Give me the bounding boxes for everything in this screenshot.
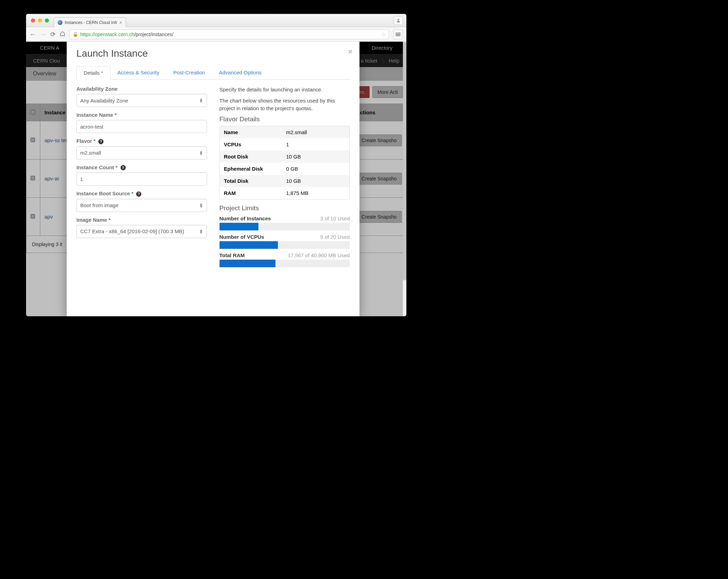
home-button[interactable] [60,31,65,38]
quota-bar [220,241,350,249]
intro-text-2: The chart below shows the resources used… [220,97,350,112]
minimize-window-button[interactable] [38,18,42,23]
info-column: Specify the details for launching an ins… [220,86,350,269]
back-button[interactable]: ← [30,31,36,38]
quota-vcpus: Number of VCPUs 9 of 20 Used [220,234,350,249]
tab-post-creation[interactable]: Post-Creation [166,66,212,79]
label-instance-count: Instance Count * ? [76,164,207,171]
quota-ram: Total RAM 17,567 of 40,960 MB Used [220,252,350,267]
form-column: Availability Zone Any Availability Zone … [76,86,207,269]
chevron-updown-icon: ▲▼ [199,229,203,234]
chevron-updown-icon: ▲▼ [199,98,203,103]
label-availability-zone: Availability Zone [76,86,207,92]
browser-menu-button[interactable] [393,30,403,39]
home-icon [60,31,65,36]
quota-bar [220,260,350,267]
label-image-name: Image Name * [76,217,207,223]
lock-icon: 🔒 [73,32,78,37]
favicon-icon [58,20,63,25]
chevron-updown-icon: ▲▼ [199,150,203,155]
quota-value: 17,567 of 40,960 MB Used [288,252,350,258]
svg-point-0 [398,19,399,21]
image-name-select[interactable]: CC7 Extra - x86_64 [2016-02-09] (700.3 M… [76,225,207,238]
instance-name-input[interactable] [76,120,207,133]
help-icon[interactable]: ? [136,191,141,197]
modal-close-button[interactable]: × [348,47,353,56]
forward-button[interactable]: → [40,31,46,38]
svg-rect-3 [396,35,400,36]
maximize-window-button[interactable] [45,18,49,23]
browser-window: Instances - CERN Cloud Infr × ← → ⟳ 🔒 ht… [26,14,406,316]
viewport: CERN A Directory CERN Clou a ticket Help… [26,42,406,316]
person-icon [396,18,401,23]
tab-close-icon[interactable]: × [119,20,122,25]
tab-title: Instances - CERN Cloud Infr [65,20,117,25]
reload-button[interactable]: ⟳ [50,31,56,38]
tab-advanced-options[interactable]: Advanced Options [212,66,268,79]
chevron-updown-icon: ▲▼ [199,203,203,207]
flavor-details-table: Namem2.small VCPUs1 Root Disk10 GB Ephem… [220,126,350,199]
titlebar: Instances - CERN Cloud Infr × [26,14,406,27]
hamburger-icon [396,32,400,37]
quota-label: Total RAM [220,252,245,258]
help-icon[interactable]: ? [121,165,126,170]
close-window-button[interactable] [31,18,35,23]
scrollbar[interactable] [403,42,406,316]
url-path: /project/instances/ [134,32,174,37]
tab-strip: Instances - CERN Cloud Infr × [54,14,126,27]
modal-title: Launch Instance [76,48,350,59]
tab-details[interactable]: Details * [76,66,110,80]
quota-instances: Number of Instances 3 of 10 Used [220,215,350,230]
quota-bar [220,223,350,230]
launch-instance-modal: × Launch Instance Details * Access & Sec… [67,42,359,316]
quota-value: 3 of 10 Used [320,215,350,221]
label-instance-name: Instance Name * [76,112,207,118]
quota-value: 9 of 20 Used [320,234,350,240]
flavor-details-heading: Flavor Details [220,115,350,123]
intro-text: Specify the details for launching an ins… [220,86,350,93]
browser-toolbar: ← → ⟳ 🔒 https://openstack.cern.ch/projec… [26,27,406,42]
scrollbar-thumb[interactable] [403,42,406,280]
quota-label: Number of Instances [220,215,271,221]
svg-rect-2 [396,34,400,35]
window-controls [26,18,54,23]
bookmark-star-icon[interactable]: ☆ [381,31,386,38]
flavor-select[interactable]: m2.small ▲▼ [76,146,207,160]
instance-count-input[interactable] [76,172,207,186]
tab-access-security[interactable]: Access & Security [110,66,166,79]
url-domain: https://openstack.cern.ch [80,32,134,37]
browser-tab[interactable]: Instances - CERN Cloud Infr × [54,17,126,27]
modal-tabs: Details * Access & Security Post-Creatio… [76,66,350,80]
profile-button[interactable] [394,16,403,25]
quota-label: Number of VCPUs [220,234,264,240]
svg-rect-1 [396,33,400,33]
label-flavor: Flavor * ? [76,138,207,144]
label-boot-source: Instance Boot Source * ? [76,190,207,197]
project-limits-heading: Project Limits [220,204,350,212]
availability-zone-select[interactable]: Any Availability Zone ▲▼ [76,94,207,107]
boot-source-select[interactable]: Boot from image ▲▼ [76,199,207,212]
url-bar[interactable]: 🔒 https://openstack.cern.ch/project/inst… [69,30,389,39]
help-icon[interactable]: ? [98,139,104,144]
